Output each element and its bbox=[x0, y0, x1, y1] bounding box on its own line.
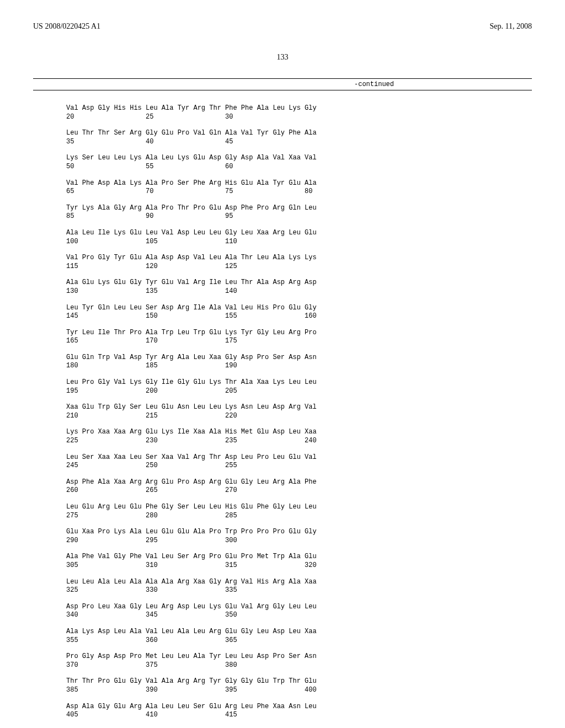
position-number-line: 195 200 205 bbox=[66, 387, 532, 396]
sequence-row: Val Pro Gly Tyr Glu Ala Asp Asp Val Leu … bbox=[66, 254, 532, 271]
position-number-line: 245 250 255 bbox=[66, 462, 532, 470]
sequence-row: Leu Ser Xaa Xaa Leu Ser Xaa Val Arg Thr … bbox=[66, 453, 532, 470]
position-number-line: 145 150 155 160 bbox=[66, 312, 532, 321]
position-number-line: 305 310 315 320 bbox=[66, 561, 532, 570]
position-number-line: 260 265 270 bbox=[66, 486, 532, 495]
sequence-row: Leu Tyr Gln Leu Leu Ser Asp Arg Ile Ala … bbox=[66, 304, 532, 321]
residue-line: Ala Lys Asp Leu Ala Val Leu Ala Leu Arg … bbox=[66, 628, 532, 636]
publication-date: Sep. 11, 2008 bbox=[490, 22, 532, 31]
sequence-row: Xaa Glu Trp Gly Ser Leu Glu Asn Leu Leu … bbox=[66, 403, 532, 420]
residue-line: Lys Pro Xaa Xaa Arg Glu Lys Ile Xaa Ala … bbox=[66, 428, 532, 437]
sequence-row: Thr Thr Pro Glu Gly Val Ala Arg Arg Tyr … bbox=[66, 677, 532, 694]
patent-number: US 2008/0220425 A1 bbox=[33, 22, 100, 31]
position-number-line: 385 390 395 400 bbox=[66, 686, 532, 695]
sequence-row: Val Phe Asp Ala Lys Ala Pro Ser Phe Arg … bbox=[66, 179, 532, 196]
residue-line: Tyr Leu Ile Thr Pro Ala Trp Leu Trp Glu … bbox=[66, 329, 532, 338]
residue-line: Val Asp Gly His His Leu Ala Tyr Arg Thr … bbox=[66, 104, 532, 113]
position-number-line: 355 360 365 bbox=[66, 636, 532, 645]
sequence-row: Lys Ser Leu Leu Lys Ala Leu Lys Glu Asp … bbox=[66, 154, 532, 171]
residue-line: Val Pro Gly Tyr Glu Ala Asp Asp Val Leu … bbox=[66, 254, 532, 263]
residue-line: Ala Leu Ile Lys Glu Leu Val Asp Leu Leu … bbox=[66, 229, 532, 238]
position-number-line: 225 230 235 240 bbox=[66, 437, 532, 446]
position-number-line: 340 345 350 bbox=[66, 611, 532, 620]
position-number-line: 130 135 140 bbox=[66, 287, 532, 296]
position-number-line: 210 215 220 bbox=[66, 412, 532, 421]
residue-line: Tyr Lys Ala Gly Arg Ala Pro Thr Pro Glu … bbox=[66, 204, 532, 213]
continued-label: -continued bbox=[33, 78, 532, 90]
position-number-line: 115 120 125 bbox=[66, 263, 532, 271]
position-number-line: 275 280 285 bbox=[66, 512, 532, 521]
sequence-row: Ala Phe Val Gly Phe Val Leu Ser Arg Pro … bbox=[66, 553, 532, 570]
sequence-row: Ala Glu Lys Glu Gly Tyr Glu Val Arg Ile … bbox=[66, 279, 532, 296]
residue-line: Leu Pro Gly Val Lys Gly Ile Gly Glu Lys … bbox=[66, 378, 532, 387]
position-number-line: 325 330 335 bbox=[66, 586, 532, 595]
sequence-row: Tyr Leu Ile Thr Pro Ala Trp Leu Trp Glu … bbox=[66, 329, 532, 346]
residue-line: Glu Gln Trp Val Asp Tyr Arg Ala Leu Xaa … bbox=[66, 354, 532, 362]
position-number-line: 405 410 415 bbox=[66, 711, 532, 720]
sequence-row: Leu Pro Gly Val Lys Gly Ile Gly Glu Lys … bbox=[66, 378, 532, 395]
residue-line: Ala Glu Lys Glu Gly Tyr Glu Val Arg Ile … bbox=[66, 279, 532, 287]
residue-line: Asp Pro Leu Xaa Gly Leu Arg Asp Leu Lys … bbox=[66, 603, 532, 612]
sequence-row: Leu Glu Arg Leu Glu Phe Gly Ser Leu Leu … bbox=[66, 503, 532, 520]
residue-line: Pro Gly Asp Asp Pro Met Leu Leu Ala Tyr … bbox=[66, 652, 532, 661]
sequence-row: Pro Gly Asp Asp Pro Met Leu Leu Ala Tyr … bbox=[66, 652, 532, 670]
position-number-line: 290 295 300 bbox=[66, 537, 532, 545]
sequence-row: Leu Leu Ala Leu Ala Ala Ala Arg Xaa Gly … bbox=[66, 578, 532, 595]
sequence-row: Asp Pro Leu Xaa Gly Leu Arg Asp Leu Lys … bbox=[66, 603, 532, 620]
page-header: US 2008/0220425 A1 Sep. 11, 2008 bbox=[33, 22, 532, 31]
residue-line: Ala Phe Val Gly Phe Val Leu Ser Arg Pro … bbox=[66, 553, 532, 561]
residue-line: Asp Ala Gly Glu Arg Ala Leu Leu Ser Glu … bbox=[66, 703, 532, 711]
residue-line: Lys Ser Leu Leu Lys Ala Leu Lys Glu Asp … bbox=[66, 154, 532, 163]
position-number-line: 50 55 60 bbox=[66, 163, 532, 172]
residue-line: Glu Xaa Pro Lys Ala Leu Glu Glu Ala Pro … bbox=[66, 528, 532, 537]
position-number-line: 35 40 45 bbox=[66, 138, 532, 147]
residue-line: Leu Ser Xaa Xaa Leu Ser Xaa Val Arg Thr … bbox=[66, 453, 532, 462]
sequence-row: Ala Lys Asp Leu Ala Val Leu Ala Leu Arg … bbox=[66, 628, 532, 645]
sequence-row: Asp Ala Gly Glu Arg Ala Leu Leu Ser Glu … bbox=[66, 703, 532, 720]
sequence-row: Lys Pro Xaa Xaa Arg Glu Lys Ile Xaa Ala … bbox=[66, 428, 532, 445]
position-number-line: 20 25 30 bbox=[66, 113, 532, 122]
sequence-row: Leu Thr Thr Ser Arg Gly Glu Pro Val Gln … bbox=[66, 129, 532, 146]
position-number-line: 370 375 380 bbox=[66, 661, 532, 670]
sequence-row: Ala Leu Ile Lys Glu Leu Val Asp Leu Leu … bbox=[66, 229, 532, 246]
sequence-row: Glu Gln Trp Val Asp Tyr Arg Ala Leu Xaa … bbox=[66, 354, 532, 371]
residue-line: Leu Tyr Gln Leu Leu Ser Asp Arg Ile Ala … bbox=[66, 304, 532, 313]
position-number-line: 85 90 95 bbox=[66, 212, 532, 221]
page-number: 133 bbox=[33, 53, 532, 62]
position-number-line: 165 170 175 bbox=[66, 337, 532, 346]
position-number-line: 180 185 190 bbox=[66, 362, 532, 371]
position-number-line: 65 70 75 80 bbox=[66, 188, 532, 196]
residue-line: Asp Phe Ala Xaa Arg Arg Glu Pro Asp Arg … bbox=[66, 478, 532, 487]
sequence-row: Val Asp Gly His His Leu Ala Tyr Arg Thr … bbox=[66, 104, 532, 121]
sequence-listing: Val Asp Gly His His Leu Ala Tyr Arg Thr … bbox=[66, 104, 532, 720]
residue-line: Xaa Glu Trp Gly Ser Leu Glu Asn Leu Leu … bbox=[66, 403, 532, 412]
residue-line: Leu Thr Thr Ser Arg Gly Glu Pro Val Gln … bbox=[66, 129, 532, 138]
residue-line: Leu Glu Arg Leu Glu Phe Gly Ser Leu Leu … bbox=[66, 503, 532, 512]
residue-line: Thr Thr Pro Glu Gly Val Ala Arg Arg Tyr … bbox=[66, 677, 532, 686]
sequence-row: Tyr Lys Ala Gly Arg Ala Pro Thr Pro Glu … bbox=[66, 204, 532, 221]
residue-line: Leu Leu Ala Leu Ala Ala Ala Arg Xaa Gly … bbox=[66, 578, 532, 587]
sequence-row: Glu Xaa Pro Lys Ala Leu Glu Glu Ala Pro … bbox=[66, 528, 532, 545]
residue-line: Val Phe Asp Ala Lys Ala Pro Ser Phe Arg … bbox=[66, 179, 532, 188]
position-number-line: 100 105 110 bbox=[66, 238, 532, 247]
sequence-row: Asp Phe Ala Xaa Arg Arg Glu Pro Asp Arg … bbox=[66, 478, 532, 495]
